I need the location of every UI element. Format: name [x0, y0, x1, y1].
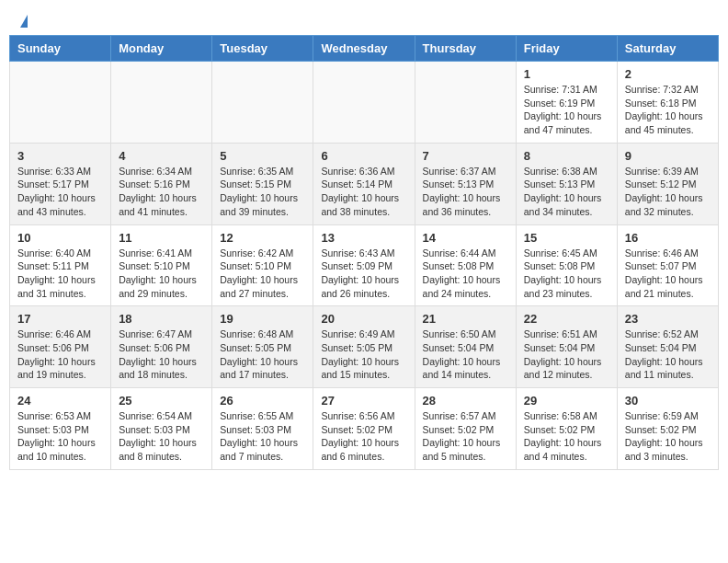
calendar-day-cell: 30Sunrise: 6:59 AM Sunset: 5:02 PM Dayli… [617, 388, 718, 470]
day-info: Sunrise: 6:36 AM Sunset: 5:14 PM Dayligh… [321, 165, 406, 219]
calendar-day-cell: 2Sunrise: 7:32 AM Sunset: 6:18 PM Daylig… [617, 62, 718, 144]
calendar-week-row: 17Sunrise: 6:46 AM Sunset: 5:06 PM Dayli… [10, 306, 719, 388]
day-of-week-header: Friday [516, 36, 617, 62]
calendar-day-cell: 16Sunrise: 6:46 AM Sunset: 5:07 PM Dayli… [617, 224, 718, 306]
day-number: 27 [321, 394, 406, 408]
day-info: Sunrise: 6:42 AM Sunset: 5:10 PM Dayligh… [220, 247, 305, 301]
day-number: 14 [423, 231, 508, 245]
calendar-day-cell: 18Sunrise: 6:47 AM Sunset: 5:06 PM Dayli… [111, 306, 212, 388]
day-info: Sunrise: 6:37 AM Sunset: 5:13 PM Dayligh… [423, 165, 508, 219]
day-info: Sunrise: 7:32 AM Sunset: 6:18 PM Dayligh… [625, 83, 711, 137]
calendar-day-cell: 17Sunrise: 6:46 AM Sunset: 5:06 PM Dayli… [10, 306, 111, 388]
calendar-day-cell: 14Sunrise: 6:44 AM Sunset: 5:08 PM Dayli… [415, 224, 516, 306]
day-number: 1 [524, 67, 609, 81]
day-number: 10 [17, 231, 103, 245]
day-of-week-header: Saturday [617, 36, 718, 62]
calendar-day-cell: 10Sunrise: 6:40 AM Sunset: 5:11 PM Dayli… [10, 224, 111, 306]
calendar-day-cell [212, 62, 313, 144]
day-info: Sunrise: 6:58 AM Sunset: 5:02 PM Dayligh… [524, 409, 609, 464]
calendar-day-cell [415, 62, 516, 144]
day-info: Sunrise: 6:59 AM Sunset: 5:02 PM Dayligh… [625, 409, 711, 464]
day-number: 20 [321, 312, 406, 326]
day-number: 24 [17, 394, 103, 408]
calendar-week-row: 10Sunrise: 6:40 AM Sunset: 5:11 PM Dayli… [10, 224, 719, 306]
day-number: 30 [625, 394, 711, 408]
day-info: Sunrise: 6:48 AM Sunset: 5:05 PM Dayligh… [220, 327, 305, 382]
calendar-header: SundayMondayTuesdayWednesdayThursdayFrid… [10, 36, 719, 62]
calendar-day-cell: 19Sunrise: 6:48 AM Sunset: 5:05 PM Dayli… [212, 306, 313, 388]
calendar-week-row: 24Sunrise: 6:53 AM Sunset: 5:03 PM Dayli… [10, 388, 719, 470]
calendar-wrapper: SundayMondayTuesdayWednesdayThursdayFrid… [0, 35, 728, 488]
day-number: 7 [423, 149, 508, 163]
calendar-day-cell [111, 62, 212, 144]
day-number: 16 [625, 231, 711, 245]
calendar-day-cell: 29Sunrise: 6:58 AM Sunset: 5:02 PM Dayli… [516, 388, 617, 470]
day-number: 12 [220, 231, 305, 245]
calendar-day-cell: 15Sunrise: 6:45 AM Sunset: 5:08 PM Dayli… [516, 224, 617, 306]
calendar-day-cell: 25Sunrise: 6:54 AM Sunset: 5:03 PM Dayli… [111, 388, 212, 470]
calendar-day-cell: 26Sunrise: 6:55 AM Sunset: 5:03 PM Dayli… [212, 388, 313, 470]
day-number: 21 [423, 312, 508, 326]
calendar-day-cell [313, 62, 415, 144]
calendar-day-cell: 11Sunrise: 6:41 AM Sunset: 5:10 PM Dayli… [111, 224, 212, 306]
day-number: 6 [321, 149, 406, 163]
day-info: Sunrise: 6:35 AM Sunset: 5:15 PM Dayligh… [220, 165, 305, 219]
day-of-week-header: Monday [111, 36, 212, 62]
day-info: Sunrise: 6:46 AM Sunset: 5:06 PM Dayligh… [17, 327, 103, 382]
day-number: 13 [321, 231, 406, 245]
day-info: Sunrise: 6:47 AM Sunset: 5:06 PM Dayligh… [119, 327, 204, 382]
day-number: 15 [524, 231, 609, 245]
day-of-week-header: Wednesday [313, 36, 415, 62]
calendar-day-cell: 5Sunrise: 6:35 AM Sunset: 5:15 PM Daylig… [212, 143, 313, 224]
calendar-day-cell: 8Sunrise: 6:38 AM Sunset: 5:13 PM Daylig… [516, 143, 617, 224]
calendar-day-cell: 6Sunrise: 6:36 AM Sunset: 5:14 PM Daylig… [313, 143, 415, 224]
day-info: Sunrise: 6:56 AM Sunset: 5:02 PM Dayligh… [321, 409, 406, 464]
day-info: Sunrise: 7:31 AM Sunset: 6:19 PM Dayligh… [524, 83, 609, 137]
day-number: 25 [119, 394, 204, 408]
day-info: Sunrise: 6:39 AM Sunset: 5:12 PM Dayligh… [625, 165, 711, 219]
calendar-day-cell: 13Sunrise: 6:43 AM Sunset: 5:09 PM Dayli… [313, 224, 415, 306]
logo-triangle-icon [20, 15, 28, 28]
day-number: 26 [220, 394, 305, 408]
day-info: Sunrise: 6:57 AM Sunset: 5:02 PM Dayligh… [423, 409, 508, 464]
day-info: Sunrise: 6:49 AM Sunset: 5:05 PM Dayligh… [321, 327, 406, 382]
calendar-table: SundayMondayTuesdayWednesdayThursdayFrid… [9, 35, 719, 470]
page-header [0, 0, 728, 35]
calendar-day-cell: 12Sunrise: 6:42 AM Sunset: 5:10 PM Dayli… [212, 224, 313, 306]
day-of-week-header: Sunday [10, 36, 111, 62]
day-of-week-header: Thursday [415, 36, 516, 62]
day-info: Sunrise: 6:44 AM Sunset: 5:08 PM Dayligh… [423, 247, 508, 301]
calendar-day-cell: 1Sunrise: 7:31 AM Sunset: 6:19 PM Daylig… [516, 62, 617, 144]
day-number: 22 [524, 312, 609, 326]
days-of-week-row: SundayMondayTuesdayWednesdayThursdayFrid… [10, 36, 719, 62]
calendar-day-cell: 28Sunrise: 6:57 AM Sunset: 5:02 PM Dayli… [415, 388, 516, 470]
calendar-body: 1Sunrise: 7:31 AM Sunset: 6:19 PM Daylig… [10, 62, 719, 470]
day-number: 29 [524, 394, 609, 408]
day-number: 28 [423, 394, 508, 408]
calendar-day-cell: 24Sunrise: 6:53 AM Sunset: 5:03 PM Dayli… [10, 388, 111, 470]
calendar-day-cell: 22Sunrise: 6:51 AM Sunset: 5:04 PM Dayli… [516, 306, 617, 388]
logo [18, 15, 28, 28]
calendar-day-cell: 3Sunrise: 6:33 AM Sunset: 5:17 PM Daylig… [10, 143, 111, 224]
calendar-day-cell: 23Sunrise: 6:52 AM Sunset: 5:04 PM Dayli… [617, 306, 718, 388]
calendar-day-cell [10, 62, 111, 144]
day-number: 9 [625, 149, 711, 163]
day-info: Sunrise: 6:40 AM Sunset: 5:11 PM Dayligh… [17, 247, 103, 301]
day-info: Sunrise: 6:41 AM Sunset: 5:10 PM Dayligh… [119, 247, 204, 301]
calendar-day-cell: 27Sunrise: 6:56 AM Sunset: 5:02 PM Dayli… [313, 388, 415, 470]
day-number: 3 [17, 149, 103, 163]
calendar-day-cell: 4Sunrise: 6:34 AM Sunset: 5:16 PM Daylig… [111, 143, 212, 224]
day-info: Sunrise: 6:51 AM Sunset: 5:04 PM Dayligh… [524, 327, 609, 382]
day-info: Sunrise: 6:54 AM Sunset: 5:03 PM Dayligh… [119, 409, 204, 464]
day-info: Sunrise: 6:45 AM Sunset: 5:08 PM Dayligh… [524, 247, 609, 301]
day-of-week-header: Tuesday [212, 36, 313, 62]
day-info: Sunrise: 6:38 AM Sunset: 5:13 PM Dayligh… [524, 165, 609, 219]
day-number: 19 [220, 312, 305, 326]
day-info: Sunrise: 6:43 AM Sunset: 5:09 PM Dayligh… [321, 247, 406, 301]
day-number: 2 [625, 67, 711, 81]
day-info: Sunrise: 6:33 AM Sunset: 5:17 PM Dayligh… [17, 165, 103, 219]
calendar-week-row: 1Sunrise: 7:31 AM Sunset: 6:19 PM Daylig… [10, 62, 719, 144]
calendar-day-cell: 20Sunrise: 6:49 AM Sunset: 5:05 PM Dayli… [313, 306, 415, 388]
day-number: 11 [119, 231, 204, 245]
calendar-day-cell: 9Sunrise: 6:39 AM Sunset: 5:12 PM Daylig… [617, 143, 718, 224]
